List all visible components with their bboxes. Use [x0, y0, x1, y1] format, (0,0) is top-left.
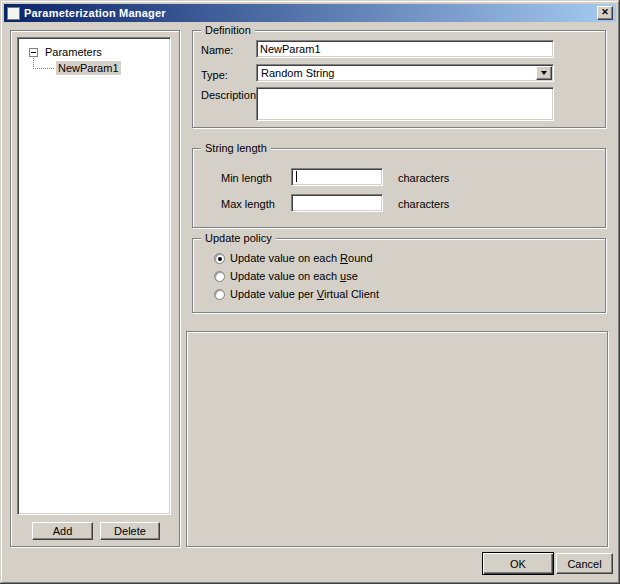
- chevron-down-icon: [541, 71, 547, 75]
- min-length-unit: characters: [398, 172, 449, 184]
- tree-collapse-icon[interactable]: [29, 48, 38, 57]
- update-policy-group-caption: Update policy: [201, 232, 276, 244]
- description-input[interactable]: [256, 87, 554, 121]
- max-length-unit: characters: [398, 198, 449, 210]
- max-length-label: Max length: [221, 198, 275, 210]
- window-title: Parameterization Manager: [24, 7, 166, 19]
- delete-button-label: Delete: [114, 525, 146, 537]
- type-label: Type:: [201, 69, 228, 81]
- cancel-button[interactable]: Cancel: [556, 553, 613, 574]
- add-button[interactable]: Add: [32, 522, 93, 540]
- ok-button[interactable]: OK: [482, 552, 554, 575]
- app-icon: [7, 7, 20, 20]
- description-label: Description: [201, 89, 256, 101]
- delete-button[interactable]: Delete: [100, 522, 160, 540]
- add-button-label: Add: [53, 525, 73, 537]
- cancel-button-label: Cancel: [567, 558, 601, 570]
- tree-item-parameters[interactable]: Parameters: [45, 46, 102, 58]
- definition-group: Definition Name: Type: Random String Des…: [192, 30, 606, 128]
- string-length-group: String length Min length characters Max …: [192, 148, 606, 228]
- string-length-group-caption: String length: [201, 142, 271, 154]
- radio-icon: [214, 289, 225, 300]
- min-length-input[interactable]: [291, 168, 383, 186]
- radio-label: Update value on each use: [230, 270, 358, 282]
- radio-label: Update value per Virtual Client: [230, 288, 379, 300]
- text-caret: [296, 171, 297, 182]
- max-length-input[interactable]: [291, 194, 383, 212]
- definition-group-caption: Definition: [201, 24, 255, 36]
- radio-icon: [214, 271, 225, 282]
- min-length-label: Min length: [221, 172, 272, 184]
- parameterization-manager-dialog: Parameterization Manager ✕ Parameters Ne…: [0, 0, 620, 584]
- parameters-tree[interactable]: Parameters NewParam1: [17, 37, 171, 515]
- name-label: Name:: [201, 44, 233, 56]
- close-button[interactable]: ✕: [597, 6, 613, 20]
- radio-label: Update value on each Round: [230, 252, 373, 264]
- type-dropdown-button[interactable]: [536, 66, 552, 80]
- tree-connector: [33, 68, 54, 69]
- name-input[interactable]: [256, 40, 554, 58]
- radio-option-update-each-use[interactable]: Update value on each use: [214, 270, 358, 282]
- radio-icon: [214, 253, 225, 264]
- ok-button-label: OK: [510, 558, 526, 570]
- title-bar[interactable]: Parameterization Manager ✕: [4, 4, 616, 22]
- type-dropdown[interactable]: Random String: [256, 64, 554, 82]
- close-icon: ✕: [601, 8, 609, 17]
- type-dropdown-value: Random String: [261, 67, 334, 79]
- tree-item-newparam1[interactable]: NewParam1: [56, 61, 121, 75]
- empty-panel-frame: [186, 331, 608, 547]
- radio-option-update-per-virtual-client[interactable]: Update value per Virtual Client: [214, 288, 379, 300]
- update-policy-group: Update policy Update value on each Round…: [192, 238, 606, 313]
- radio-option-update-each-round[interactable]: Update value on each Round: [214, 252, 373, 264]
